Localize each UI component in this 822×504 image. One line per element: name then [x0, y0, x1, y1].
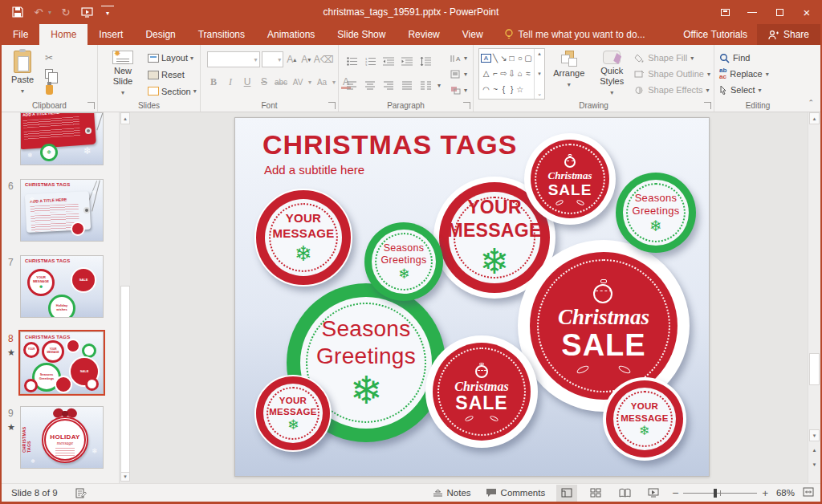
previous-slide-button[interactable]: ▲ [809, 445, 820, 456]
badge-your-message-left[interactable]: YOUR MESSAGE ❄ [254, 189, 352, 287]
font-size-combo[interactable]: ▾ [262, 51, 284, 67]
align-left-button[interactable] [345, 78, 359, 92]
cut-button[interactable]: ✂ [42, 51, 56, 64]
ribbon-display-options-button[interactable] [711, 0, 739, 24]
reading-view-button[interactable] [614, 485, 635, 502]
font-dialog-launcher[interactable] [328, 102, 336, 109]
thumb-scroll-up-icon[interactable]: ▴ [120, 112, 130, 124]
shape-arrow[interactable]: ↘ [500, 54, 507, 63]
slide-sorter-view-button[interactable] [585, 485, 606, 502]
align-right-button[interactable] [382, 78, 396, 92]
slide-thumbnail-5[interactable]: ADD A TITLE HERE ❄ ❄ [20, 112, 104, 165]
quick-styles-button[interactable]: Quick Styles ▾ [592, 48, 631, 99]
shapes-scroll-down-icon[interactable]: ▾ [538, 71, 541, 77]
find-button[interactable]: Find [719, 51, 769, 64]
change-case-button[interactable]: Aa [315, 75, 328, 89]
normal-view-button[interactable] [556, 485, 577, 502]
decrease-indent-button[interactable] [382, 54, 396, 68]
tab-animations[interactable]: Animations [256, 24, 326, 45]
thumbnail-scrollbar[interactable]: ▴ ▾ [119, 112, 130, 483]
convert-smartart-button[interactable]: ▾ [450, 83, 467, 96]
select-button[interactable]: Select▾ [719, 83, 769, 96]
copy-button[interactable] [42, 67, 56, 80]
shape-down-arrow[interactable]: ⇩ [508, 69, 515, 78]
tab-transitions[interactable]: Transitions [187, 24, 256, 45]
tab-slide-show[interactable]: Slide Show [326, 24, 397, 45]
paste-dropdown-icon[interactable]: ▾ [21, 87, 24, 95]
scroll-thumb[interactable] [809, 353, 820, 385]
tab-home[interactable]: Home [39, 24, 87, 45]
shape-scribble[interactable]: ≈ [526, 69, 531, 78]
shape-oval[interactable]: ○ [518, 54, 523, 63]
bullets-button[interactable] [345, 54, 359, 68]
scroll-up-icon[interactable]: ▴ [809, 112, 820, 124]
shape-line[interactable]: ╲ [493, 54, 498, 63]
badge-your-message-bottom-right[interactable]: YOUR MESSAGE ❄ [603, 377, 686, 461]
shape-arc[interactable]: ◠ [482, 85, 490, 94]
main-scrollbar[interactable]: ▴ ▾ ▲ ▼ [808, 112, 820, 483]
minimize-button[interactable] [739, 0, 766, 24]
shape-triangle[interactable]: △ [483, 69, 490, 78]
new-slide-button[interactable]: New Slide ▾ [103, 48, 143, 99]
text-box-shape[interactable]: A [481, 54, 491, 63]
zoom-out-button[interactable]: − [672, 486, 678, 499]
shape-fill-button[interactable]: Shape Fill▾ [634, 51, 710, 64]
justify-button[interactable] [401, 78, 414, 92]
start-slideshow-icon[interactable] [80, 6, 93, 18]
repeat-icon[interactable]: ↻ [59, 6, 72, 18]
maximize-button[interactable] [766, 0, 793, 24]
collapse-ribbon-icon[interactable]: ⌃ [808, 99, 814, 107]
underline-button[interactable]: U [241, 75, 254, 89]
shape-outline-button[interactable]: Shape Outline▾ [634, 67, 710, 80]
next-slide-button[interactable]: ▼ [809, 459, 820, 470]
notes-toggle[interactable]: Notes [429, 484, 474, 502]
strikethrough-button[interactable]: S [258, 75, 271, 89]
shape-rounded-rectangle[interactable]: ▢ [524, 54, 531, 63]
thumb-scroll-thumb[interactable] [120, 286, 130, 475]
line-spacing-button[interactable] [419, 54, 433, 68]
shapes-gallery[interactable]: A ╲ ↘ □ ○ ▢ △ ⌐ ⇨ ⇩ ⌂ ≈ ◠ ~ { } ☆ [478, 48, 545, 100]
slide-thumbnail-9[interactable]: 9 ★ CHRISTMAS TAGS HOLIDAY message ❄ ❄ [20, 406, 104, 469]
slideshow-view-button[interactable] [643, 485, 664, 502]
zoom-percentage[interactable]: 68% [776, 488, 795, 498]
tab-file[interactable]: File [2, 24, 39, 45]
tab-design[interactable]: Design [134, 24, 186, 45]
slide-thumbnail-7[interactable]: 7 CHRISTMAS TAGS YOURMESSAGE❄ SALE Holid… [20, 255, 104, 318]
shape-rectangle[interactable]: □ [510, 54, 515, 63]
shape-right-brace[interactable]: } [511, 85, 513, 94]
reset-button[interactable]: Reset [146, 67, 198, 83]
align-text-button[interactable]: ▾ [450, 67, 467, 80]
comments-toggle[interactable]: Comments [482, 484, 549, 502]
align-center-button[interactable] [364, 78, 377, 92]
increase-indent-button[interactable] [401, 54, 414, 68]
shape-elbow[interactable]: ⌐ [493, 69, 498, 78]
badge-seasons-greetings-middle[interactable]: Seasons Greetings ❄ [364, 222, 443, 301]
numbering-button[interactable]: 123 [364, 54, 377, 68]
font-name-combo[interactable]: ▾ [207, 51, 260, 67]
clear-formatting-button[interactable]: A⌫ [314, 52, 333, 67]
tab-insert[interactable]: Insert [87, 24, 134, 45]
office-tutorials-button[interactable]: Office Tutorials [673, 24, 757, 45]
slide-thumbnail-8[interactable]: 8 ★ CHRISTMAS TAGS YOUR YOURMESSAGE Seas… [20, 331, 104, 394]
badge-christmas-sale-top[interactable]: Christmas SALE [524, 133, 616, 225]
zoom-in-button[interactable]: + [762, 487, 768, 499]
arrange-button[interactable]: Arrange ▾ [548, 48, 589, 99]
shape-star[interactable]: ☆ [516, 85, 523, 94]
grow-font-button[interactable]: A▴ [285, 52, 298, 67]
text-shadow-button[interactable]: abc [275, 75, 287, 89]
shapes-scroll-up-icon[interactable]: ▴ [538, 51, 541, 57]
shape-pentagon[interactable]: ⌂ [518, 69, 523, 78]
text-direction-button[interactable]: A▾ [450, 51, 467, 64]
format-painter-button[interactable] [42, 83, 56, 96]
paragraph-dialog-launcher[interactable] [463, 102, 470, 109]
section-button[interactable]: Section▾ [146, 83, 198, 99]
zoom-thumb[interactable] [714, 489, 717, 498]
shape-curve[interactable]: ~ [493, 85, 498, 94]
badge-your-message-bottom-left[interactable]: YOUR MESSAGE ❄ [254, 375, 332, 452]
slide-title-textbox[interactable]: CHRISTMAS TAGS [262, 129, 517, 161]
badge-seasons-greetings-right[interactable]: Seasons Greetings ❄ [616, 173, 696, 253]
fit-slide-button[interactable] [803, 487, 814, 498]
shape-left-brace[interactable]: { [503, 85, 505, 94]
customize-qat-icon[interactable]: ▾ [101, 6, 114, 18]
undo-icon[interactable]: ↶ [32, 6, 45, 18]
